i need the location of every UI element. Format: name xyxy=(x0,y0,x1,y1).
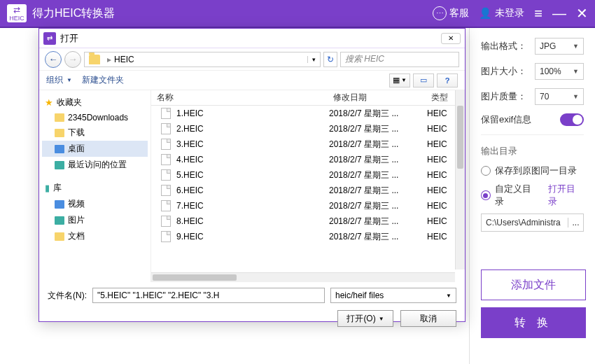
breadcrumb-item[interactable]: HEIC xyxy=(114,55,134,64)
chevron-down-icon: ▼ xyxy=(379,316,384,322)
tree-item-desktop[interactable]: 桌面 xyxy=(42,141,148,157)
open-file-dialog: ⇄ 打开 ✕ ← → ▸ HEIC ▾ ↻ 搜索 HEIC 组织 ▼ 新建文件夹… xyxy=(38,28,465,322)
image-quality-select[interactable]: 70 ▼ xyxy=(535,88,584,105)
login-status[interactable]: 👤 未登录 xyxy=(479,7,524,20)
file-type: HEIC xyxy=(426,124,455,134)
tree-item[interactable]: 下载 xyxy=(42,125,148,141)
tree-item[interactable]: 文档 xyxy=(42,228,148,244)
recent-icon xyxy=(55,161,64,169)
file-date: 2018/2/7 星期三 ... xyxy=(328,139,426,150)
nav-back-button[interactable]: ← xyxy=(45,51,62,68)
chevron-down-icon: ▼ xyxy=(573,93,579,100)
file-row[interactable]: 3.HEIC2018/2/7 星期三 ...HEIC xyxy=(151,136,455,152)
scrollbar-thumb[interactable] xyxy=(153,274,237,281)
help-button[interactable]: ? xyxy=(437,74,458,88)
file-icon xyxy=(161,169,171,181)
tree-item[interactable]: 最近访问的位置 xyxy=(42,157,148,173)
file-date: 2018/2/7 星期三 ... xyxy=(328,169,426,181)
horizontal-scrollbar[interactable] xyxy=(151,272,455,282)
radio-same-dir[interactable]: 保存到原图同一目录 xyxy=(481,164,584,177)
convert-button[interactable]: 转 换 xyxy=(481,307,586,338)
file-icon xyxy=(161,185,171,196)
close-button[interactable]: ✕ xyxy=(576,5,588,22)
file-row[interactable]: 1.HEIC2018/2/7 星期三 ...HEIC xyxy=(151,106,455,121)
file-type-select[interactable]: heic/heif files ▼ xyxy=(330,288,456,303)
exif-toggle[interactable] xyxy=(560,113,584,126)
view-mode-button[interactable]: ▦▼ xyxy=(389,74,410,88)
file-row[interactable]: 5.HEIC2018/2/7 星期三 ...HEIC xyxy=(151,167,455,183)
customer-service-link[interactable]: ⋯ 客服 xyxy=(433,6,469,20)
browse-path-button[interactable]: ... xyxy=(568,218,583,227)
dialog-title: 打开 xyxy=(60,32,78,45)
open-dir-link[interactable]: 打开目录 xyxy=(548,183,584,208)
chat-icon: ⋯ xyxy=(433,6,447,20)
file-name: 9.HEIC xyxy=(175,232,328,241)
image-icon xyxy=(55,216,64,225)
image-size-select[interactable]: 100% ▼ xyxy=(535,63,584,80)
file-date: 2018/2/7 星期三 ... xyxy=(328,216,426,227)
chevron-down-icon: ▼ xyxy=(446,293,451,299)
tree-favorites[interactable]: ★ 收藏夹 xyxy=(42,94,148,111)
cancel-button[interactable]: 取消 xyxy=(400,310,456,327)
video-icon xyxy=(55,200,64,209)
radio-custom-dir[interactable]: 自定义目录 xyxy=(495,183,540,208)
refresh-button[interactable]: ↻ xyxy=(323,52,337,67)
settings-panel: 输出格式： JPG ▼ 图片大小： 100% ▼ 图片质量： 70 ▼ 保留ex… xyxy=(469,28,595,364)
chevron-right-icon: ▸ xyxy=(107,55,111,64)
file-row[interactable]: 9.HEIC2018/2/7 星期三 ...HEIC xyxy=(151,229,455,244)
file-name: 8.HEIC xyxy=(175,216,328,226)
col-type[interactable]: 类型 xyxy=(426,92,455,104)
app-title: 得力HEIC转换器 xyxy=(32,6,433,21)
file-icon xyxy=(161,154,171,165)
tree-item[interactable]: 2345Downloads xyxy=(42,111,148,125)
col-date[interactable]: 修改日期 xyxy=(328,92,426,104)
filename-input[interactable]: "5.HEIC" "1.HEIC" "2.HEIC" "3.H xyxy=(92,288,325,303)
file-date: 2018/2/7 星期三 ... xyxy=(328,185,426,197)
file-row[interactable]: 4.HEIC2018/2/7 星期三 ...HEIC xyxy=(151,152,455,167)
file-row[interactable]: 7.HEIC2018/2/7 星期三 ...HEIC xyxy=(151,198,455,214)
image-quality-label: 图片质量： xyxy=(481,90,535,103)
file-icon xyxy=(161,216,171,227)
nav-tree: ★ 收藏夹 2345Downloads 下载 桌面 最近访问的位置 ▮ 库 视频… xyxy=(39,90,151,282)
chevron-down-icon[interactable]: ▾ xyxy=(307,56,320,63)
search-input[interactable]: 搜索 HEIC xyxy=(340,52,459,67)
document-icon xyxy=(55,232,64,241)
output-format-select[interactable]: JPG ▼ xyxy=(535,38,584,55)
address-bar[interactable]: ▸ HEIC ▾ xyxy=(84,52,321,67)
exif-label: 保留exif信息 xyxy=(481,113,560,126)
file-icon xyxy=(161,231,171,242)
output-dir-title: 输出目录 xyxy=(481,145,584,158)
file-type: HEIC xyxy=(426,186,455,195)
tree-item[interactable]: 视频 xyxy=(42,196,148,212)
star-icon: ★ xyxy=(45,97,53,108)
chevron-down-icon: ▼ xyxy=(66,77,72,83)
menu-icon[interactable]: ≡ xyxy=(534,6,542,22)
vertical-scrollbar[interactable] xyxy=(455,90,465,270)
file-row[interactable]: 6.HEIC2018/2/7 星期三 ...HEIC xyxy=(151,183,455,198)
tree-library[interactable]: ▮ 库 xyxy=(42,180,148,196)
file-date: 2018/2/7 星期三 ... xyxy=(328,108,426,120)
col-name[interactable]: 名称 xyxy=(151,92,328,104)
file-type: HEIC xyxy=(426,232,455,241)
file-name: 7.HEIC xyxy=(175,201,328,211)
radio-icon xyxy=(481,190,491,200)
organize-menu[interactable]: 组织 ▼ xyxy=(46,74,72,86)
file-icon xyxy=(161,108,171,119)
file-date: 2018/2/7 星期三 ... xyxy=(328,200,426,212)
file-name: 4.HEIC xyxy=(175,155,328,164)
open-button[interactable]: 打开(O) ▼ xyxy=(337,310,393,327)
file-icon xyxy=(161,200,171,211)
preview-pane-button[interactable]: ▭ xyxy=(413,74,434,88)
minimize-button[interactable]: — xyxy=(552,6,566,22)
nav-forward-button[interactable]: → xyxy=(64,51,81,68)
dialog-close-button[interactable]: ✕ xyxy=(441,33,461,44)
scrollbar-thumb[interactable] xyxy=(457,106,463,169)
file-row[interactable]: 2.HEIC2018/2/7 星期三 ...HEIC xyxy=(151,121,455,136)
file-list-header[interactable]: 名称 修改日期 类型 xyxy=(151,90,465,106)
filename-label: 文件名(N): xyxy=(48,290,87,302)
new-folder-button[interactable]: 新建文件夹 xyxy=(82,74,124,86)
add-files-button[interactable]: 添加文件 xyxy=(481,270,586,300)
tree-item[interactable]: 图片 xyxy=(42,212,148,228)
file-row[interactable]: 8.HEIC2018/2/7 星期三 ...HEIC xyxy=(151,214,455,229)
file-icon xyxy=(161,139,171,150)
